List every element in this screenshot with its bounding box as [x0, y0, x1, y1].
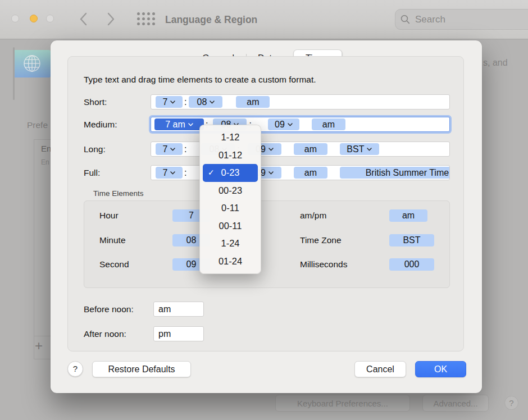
menu-item-0-23[interactable]: ✓0-23 [203, 164, 258, 182]
format-panel: Type text and drag time elements to crea… [67, 56, 464, 351]
restore-defaults-button[interactable]: Restore Defaults [92, 361, 191, 377]
long-format-field[interactable]: 7:08:09amBST [151, 141, 450, 157]
time-elements-row: Hour7am/pmam [84, 209, 449, 222]
menu-item-0-11[interactable]: 0-11 [200, 199, 261, 217]
menu-item-00-23[interactable]: 00-23 [200, 182, 261, 200]
add-language-button[interactable]: + [35, 338, 43, 354]
chevron-down-icon [268, 171, 274, 175]
chevron-down-icon [170, 171, 175, 175]
background-text-fragment: s, and [483, 58, 508, 68]
menu-item-01-24[interactable]: 01-24 [200, 253, 261, 271]
time-elements-rows: Hour7am/pmamMinute08Time ZoneBSTSecond09… [84, 201, 449, 287]
after-noon-input[interactable] [153, 326, 204, 341]
te-token-000[interactable]: 000 [389, 258, 434, 271]
time-elements-row: Second09Milliseconds000 [84, 258, 449, 271]
language-list-item[interactable]: En [41, 144, 51, 153]
menu-item-01-12[interactable]: 01-12 [200, 147, 261, 165]
time-elements-row: Minute08Time ZoneBST [84, 234, 449, 246]
screen: Language & Region Pre [0, 0, 528, 420]
preferred-languages-label: Prefe [27, 120, 48, 130]
token-separator: : [184, 97, 186, 107]
token-bst[interactable]: BST [340, 143, 379, 155]
chevron-down-icon [367, 148, 372, 151]
language-list-item-subtitle: En [41, 158, 49, 166]
short-format-field[interactable]: 7:08am [151, 94, 450, 109]
format-label-full: Full: [84, 165, 100, 180]
sheet-help-button[interactable]: ? [67, 361, 83, 377]
after-noon-label: After noon: [84, 326, 126, 341]
search-input[interactable] [414, 13, 528, 26]
chevron-down-icon [268, 148, 274, 151]
token-7[interactable]: 7 [156, 143, 183, 155]
chevron-down-icon [188, 123, 193, 126]
token-08[interactable]: 08 [189, 96, 222, 108]
token-british-summer-time[interactable]: British Summer Time [340, 167, 450, 179]
search-icon [400, 15, 410, 24]
chevron-down-icon [170, 101, 175, 104]
advanced-button[interactable]: Advanced... [422, 395, 489, 412]
minimize-window-icon[interactable] [30, 15, 38, 22]
full-format-field[interactable]: 7:08:09amBritish Summer Time [151, 165, 450, 180]
menu-item-1-24[interactable]: 1-24 [200, 235, 261, 253]
token-7[interactable]: 7 [156, 96, 183, 108]
token-separator: : [184, 168, 186, 178]
chevron-down-icon [288, 123, 293, 126]
token-7[interactable]: 7 [156, 167, 183, 179]
back-icon[interactable] [78, 11, 90, 27]
chevron-down-icon [170, 148, 175, 151]
token-separator: : [184, 144, 186, 154]
zoom-window-icon[interactable] [46, 15, 54, 22]
token-am[interactable]: am [312, 118, 345, 130]
token-am[interactable]: am [294, 143, 327, 155]
chevron-down-icon [210, 101, 215, 104]
token-am[interactable]: am [294, 167, 327, 179]
te-token-am[interactable]: am [389, 209, 427, 222]
menu-item-00-11[interactable]: 00-11 [200, 217, 261, 235]
te-token-bst[interactable]: BST [389, 234, 434, 246]
te-label-second: Second [99, 258, 129, 271]
time-elements-box: Hour7am/pmamMinute08Time ZoneBSTSecond09… [84, 200, 450, 288]
time-elements-title: Time Elements [93, 189, 144, 198]
instruction-text: Type text and drag time elements to crea… [84, 75, 316, 85]
before-noon-label: Before noon: [84, 302, 134, 317]
te-label-am-pm: am/pm [300, 209, 326, 222]
format-label-short: Short: [84, 94, 107, 109]
cancel-button[interactable]: Cancel [354, 361, 406, 377]
keyboard-preferences-button[interactable]: Keyboard Preferences... [275, 395, 410, 412]
token-09[interactable]: 09 [268, 118, 299, 130]
search-field[interactable] [395, 9, 528, 30]
ok-button[interactable]: OK [415, 361, 466, 377]
forward-icon[interactable] [104, 11, 117, 27]
menu-item-1-12[interactable]: 1-12 [200, 129, 261, 147]
hour-format-menu: 1-1201-12✓0-2300-230-1100-111-2401-24 [199, 125, 261, 274]
medium-format-field[interactable]: 7 am:08:09am [151, 117, 450, 132]
format-label-long: Long: [84, 141, 106, 157]
checkmark-icon: ✓ [208, 164, 215, 182]
token-am[interactable]: am [236, 96, 270, 108]
window-titlebar: Language & Region [0, 0, 528, 39]
te-label-time-zone: Time Zone [300, 234, 342, 246]
window-title: Language & Region [165, 0, 257, 39]
te-label-minute: Minute [99, 234, 126, 246]
language-region-flag-icon [12, 47, 52, 103]
token-7-am[interactable]: 7 am [154, 118, 204, 130]
custom-format-sheet: GeneralDatesTimes Type text and drag tim… [51, 40, 482, 393]
show-all-grid-icon[interactable] [137, 12, 155, 25]
background-help-button[interactable]: ? [504, 396, 518, 410]
te-label-milliseconds: Milliseconds [300, 258, 347, 271]
te-label-hour: Hour [99, 209, 119, 222]
format-label-medium: Medium: [84, 117, 117, 132]
before-noon-input[interactable] [153, 302, 204, 317]
close-window-icon[interactable] [11, 15, 19, 22]
